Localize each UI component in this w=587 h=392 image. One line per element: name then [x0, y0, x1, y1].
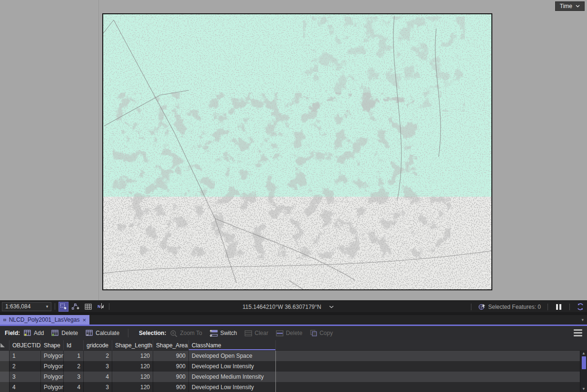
selected-features-status[interactable]: Selected Features: 0 [478, 303, 541, 310]
column-header-classname[interactable]: ClassName [189, 340, 276, 351]
table-row[interactable]: 4Polygon43120900Developed Low Intensity [0, 382, 580, 392]
selection-group-label: Selection: [139, 330, 166, 336]
tab-list-caret-icon[interactable]: ▾ [581, 317, 584, 322]
chevron-down-icon: ▾ [43, 304, 51, 309]
table-cell[interactable]: 3 [84, 382, 112, 392]
table-cell[interactable]: 1 [10, 351, 41, 361]
button-label: Switch [220, 330, 237, 336]
column-header-id[interactable]: Id [64, 340, 84, 351]
table-cell[interactable]: 4 [84, 372, 112, 382]
select-features-tool-icon[interactable] [59, 302, 68, 312]
separator [471, 304, 471, 310]
selection-delete-button[interactable]: Delete [276, 330, 303, 336]
field-add-button[interactable]: Add [24, 330, 44, 336]
refresh-icon[interactable] [577, 303, 584, 310]
table-cell[interactable]: 1 [64, 351, 84, 361]
table-row[interactable]: 3Polygon34120900Developed Medium Intensi… [0, 372, 580, 382]
column-header-shape[interactable]: Shape [41, 340, 64, 351]
table-cell[interactable]: 900 [153, 372, 189, 382]
row-filler [276, 351, 580, 361]
table-cell[interactable]: 900 [153, 351, 189, 361]
time-overlay-button[interactable]: Time [555, 1, 585, 11]
separator [569, 304, 570, 310]
table-corner-selector[interactable] [0, 340, 10, 351]
scrollbar-thumb[interactable] [582, 356, 586, 369]
table-cell[interactable]: 120 [112, 361, 153, 372]
table-cell[interactable]: Polygon [41, 351, 64, 361]
table-cell[interactable]: 3 [10, 372, 41, 382]
tab-attribute-table[interactable]: NLCD_Poly2001_LasVegas × [0, 315, 89, 325]
copy-icon [310, 330, 317, 336]
map-coordinates-control[interactable]: 115.1464210°W 36.6307179°N [243, 301, 334, 313]
field-calculate-button[interactable]: Calculate [86, 330, 119, 336]
row-filler [276, 372, 580, 382]
table-row[interactable]: 1Polygon12120900Developed Open Space [0, 351, 580, 361]
table-cell[interactable]: 3 [84, 361, 112, 372]
separator [128, 329, 128, 337]
pane-divider [98, 0, 99, 300]
column-header-shape-length[interactable]: Shape_Length [112, 340, 153, 351]
table-cell[interactable]: 120 [112, 351, 153, 361]
grid-snapping-icon[interactable] [83, 302, 93, 312]
row-filler [276, 361, 580, 372]
column-header-objectid[interactable]: OBJECTID [10, 340, 41, 351]
delete-field-icon [51, 330, 59, 336]
close-icon[interactable]: × [82, 317, 86, 323]
table-cell[interactable]: 120 [112, 382, 153, 392]
selection-zoom-to-button[interactable]: Zoom To [170, 330, 202, 337]
table-cell[interactable]: 120 [112, 372, 153, 382]
row-selector[interactable] [0, 351, 10, 361]
table-row[interactable]: 2Polygon23120900Developed Low Intensity [0, 361, 580, 372]
tab-title: NLCD_Poly2001_LasVegas [9, 316, 80, 323]
column-header-shape-area[interactable]: Shape_Area [153, 340, 189, 351]
map-scale-value: 1:636,084 [2, 303, 43, 310]
table-cell[interactable]: 2 [84, 351, 112, 361]
selection-clear-button[interactable]: Clear [245, 330, 268, 336]
map-status-bar: 1:636,084 ▾ [0, 300, 587, 312]
north-arrow-icon[interactable]: N [96, 302, 106, 312]
table-cell[interactable]: Polygon [41, 382, 64, 392]
table-cell[interactable]: 3 [64, 372, 84, 382]
pause-drawing-icon[interactable] [555, 304, 563, 310]
table-cell[interactable]: Polygon [41, 361, 64, 372]
scroll-up-icon[interactable]: ▲ [582, 351, 586, 356]
edit-vertices-icon[interactable] [71, 302, 81, 312]
button-label: Clear [254, 330, 268, 336]
chevron-down-icon [576, 5, 580, 8]
table-cell[interactable]: 4 [64, 382, 84, 392]
table-cell[interactable]: 4 [10, 382, 41, 392]
header-filler [276, 340, 587, 351]
table-cell[interactable]: Developed Open Space [189, 351, 276, 361]
separator [109, 303, 109, 310]
scroll-down-icon[interactable]: ▼ [582, 386, 586, 392]
table-cell[interactable]: 900 [153, 382, 189, 392]
button-label: Delete [286, 330, 303, 336]
table-cell[interactable]: Polygon [41, 372, 64, 382]
row-selector[interactable] [0, 382, 10, 392]
table-body: 1Polygon12120900Developed Open Space2Pol… [0, 351, 580, 392]
column-header-gridcode[interactable]: gridcode [84, 340, 112, 351]
map-scale-combobox[interactable]: 1:636,084 ▾ [2, 302, 51, 311]
row-selector[interactable] [0, 361, 10, 372]
corner-triangle-icon [0, 343, 5, 347]
table-vertical-scrollbar[interactable]: ▲ ▼ [580, 351, 587, 392]
table-cell[interactable]: Developed Low Intensity [189, 382, 276, 392]
table-cell[interactable]: 2 [10, 361, 41, 372]
table-menu-icon[interactable] [574, 329, 582, 336]
table-cell[interactable]: Developed Medium Intensity [189, 372, 276, 382]
table-cell[interactable]: 2 [64, 361, 84, 372]
table-icon [3, 317, 6, 323]
button-label: Copy [320, 330, 333, 336]
separator [548, 304, 548, 310]
table-cell[interactable]: Developed Low Intensity [189, 361, 276, 372]
row-selector[interactable] [0, 372, 10, 382]
chevron-down-icon [329, 306, 333, 308]
selection-switch-button[interactable]: Switch [210, 330, 237, 337]
switch-selection-icon [210, 330, 218, 337]
table-cell[interactable]: 900 [153, 361, 189, 372]
zoom-to-icon [170, 330, 177, 337]
separator [55, 303, 55, 310]
field-delete-button[interactable]: Delete [51, 330, 78, 336]
selection-copy-button[interactable]: Copy [310, 330, 333, 336]
map-canvas[interactable] [102, 13, 492, 290]
